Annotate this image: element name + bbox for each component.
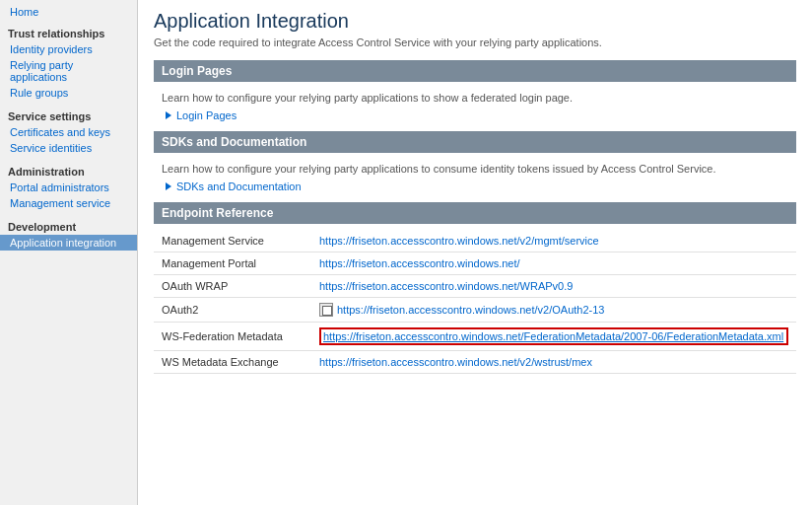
endpoint-url-cell: https://friseton.accesscontro.windows.ne…	[311, 351, 796, 374]
endpoint-url-link[interactable]: https://friseton.accesscontro.windows.ne…	[337, 304, 604, 316]
endpoint-row: Management Servicehttps://friseton.acces…	[154, 230, 796, 252]
expand-arrow-icon	[166, 111, 171, 119]
sidebar-item-certs[interactable]: Certificates and keys	[0, 124, 137, 140]
page-subtitle: Get the code required to integrate Acces…	[154, 36, 796, 48]
sidebar-item-service-identities[interactable]: Service identities	[0, 140, 137, 156]
endpoint-url-cell: https://friseton.accesscontro.windows.ne…	[311, 298, 796, 323]
sdks-link-label: SDKs and Documentation	[176, 180, 302, 192]
endpoint-url-cell: https://friseton.accesscontro.windows.ne…	[311, 275, 796, 298]
endpoint-name: WS-Federation Metadata	[154, 323, 311, 351]
sdks-header: SDKs and Documentation	[154, 131, 796, 153]
endpoint-row: OAuth WRAPhttps://friseton.accesscontro.…	[154, 275, 796, 298]
endpoint-name: Management Portal	[154, 252, 311, 275]
sdks-section: SDKs and Documentation Learn how to conf…	[154, 131, 796, 200]
page-title: Application Integration	[154, 10, 796, 33]
endpoint-url-highlighted[interactable]: https://friseton.accesscontro.windows.ne…	[319, 327, 788, 345]
endpoint-table: Management Servicehttps://friseton.acces…	[154, 230, 796, 374]
endpoint-url-link[interactable]: https://friseton.accesscontro.windows.ne…	[319, 235, 788, 247]
login-pages-link-label: Login Pages	[176, 109, 237, 121]
sidebar-section-admin: Administration	[0, 160, 137, 180]
sidebar-item-app-integration[interactable]: Application integration	[0, 235, 137, 251]
endpoint-url-cell: https://friseton.accesscontro.windows.ne…	[311, 252, 796, 275]
endpoint-url-link[interactable]: https://friseton.accesscontro.windows.ne…	[319, 257, 788, 269]
sidebar-section-service: Service settings	[0, 105, 137, 124]
sdks-body: Learn how to configure your relying part…	[154, 159, 796, 200]
login-pages-body: Learn how to configure your relying part…	[154, 88, 796, 129]
login-pages-description: Learn how to configure your relying part…	[162, 92, 788, 104]
endpoint-row: OAuth2https://friseton.accesscontro.wind…	[154, 298, 796, 323]
sidebar-section-trust: Trust relationships	[0, 22, 137, 41]
login-pages-expand[interactable]: Login Pages	[166, 109, 788, 121]
sdks-expand[interactable]: SDKs and Documentation	[166, 180, 788, 192]
endpoint-row: WS Metadata Exchangehttps://friseton.acc…	[154, 351, 796, 374]
endpoint-url-link[interactable]: https://friseton.accesscontro.windows.ne…	[319, 356, 788, 368]
sidebar-item-portal-admins[interactable]: Portal administrators	[0, 180, 137, 195]
endpoint-name: WS Metadata Exchange	[154, 351, 311, 374]
endpoint-url-link[interactable]: https://friseton.accesscontro.windows.ne…	[319, 280, 788, 292]
endpoint-name: OAuth2	[154, 298, 311, 323]
sidebar-item-home[interactable]: Home	[0, 4, 137, 20]
sidebar-item-identity-providers[interactable]: Identity providers	[0, 41, 137, 57]
endpoint-row: WS-Federation Metadatahttps://friseton.a…	[154, 323, 796, 351]
sidebar-item-relying-party[interactable]: Relying party applications	[0, 57, 137, 85]
endpoint-row: Management Portalhttps://friseton.access…	[154, 252, 796, 275]
sidebar: Home Trust relationships Identity provid…	[0, 0, 138, 505]
sidebar-section-dev: Development	[0, 215, 137, 235]
sidebar-item-rule-groups[interactable]: Rule groups	[0, 85, 137, 101]
endpoint-section: Endpoint Reference Management Servicehtt…	[154, 202, 796, 374]
login-pages-header: Login Pages	[154, 60, 796, 82]
endpoint-name: OAuth WRAP	[154, 275, 311, 298]
endpoint-name: Management Service	[154, 230, 311, 252]
main-content: Application Integration Get the code req…	[138, 0, 812, 505]
copy-icon[interactable]	[319, 303, 333, 317]
expand-arrow-sdks-icon	[166, 182, 171, 190]
sdks-description: Learn how to configure your relying part…	[162, 163, 788, 175]
sidebar-item-mgmt-service[interactable]: Management service	[0, 195, 137, 211]
endpoint-url-cell: https://friseton.accesscontro.windows.ne…	[311, 323, 796, 351]
login-pages-section: Login Pages Learn how to configure your …	[154, 60, 796, 129]
endpoint-header: Endpoint Reference	[154, 202, 796, 224]
endpoint-url-cell: https://friseton.accesscontro.windows.ne…	[311, 230, 796, 252]
